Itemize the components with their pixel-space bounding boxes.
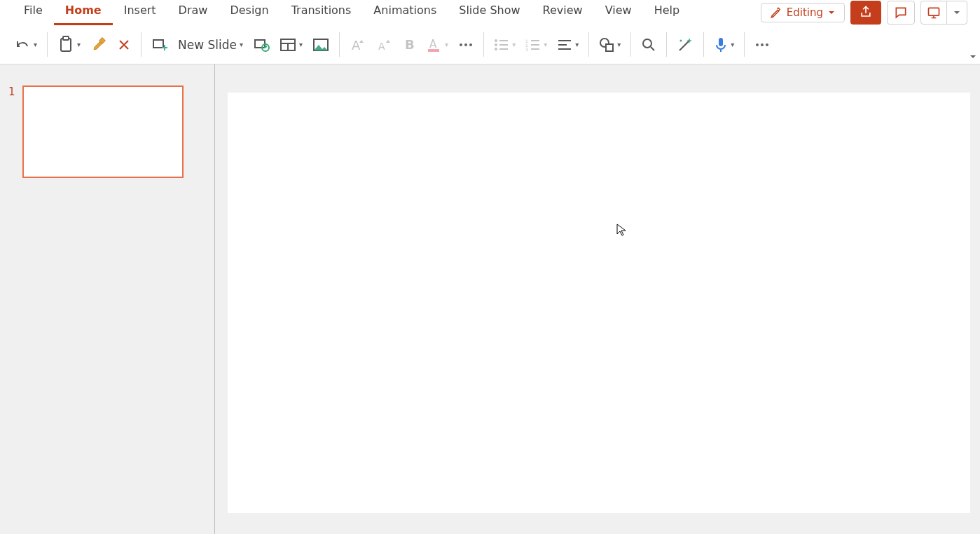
- microphone-icon: [714, 36, 728, 53]
- chevron-down-icon: [827, 8, 836, 17]
- share-button[interactable]: [850, 1, 881, 25]
- svg-rect-31: [558, 48, 571, 50]
- present-button[interactable]: [920, 1, 967, 25]
- tab-review[interactable]: Review: [532, 0, 594, 25]
- clipboard-icon: [57, 36, 74, 54]
- svg-point-15: [464, 43, 467, 46]
- chevron-down-icon: [953, 8, 961, 17]
- chevron-down-icon: ▾: [34, 41, 37, 48]
- svg-point-16: [469, 43, 472, 46]
- slide-thumbnails-pane: 1: [0, 64, 215, 534]
- svg-rect-22: [499, 48, 508, 50]
- svg-rect-33: [606, 44, 613, 51]
- share-icon: [859, 6, 873, 20]
- shapes-icon: [599, 37, 614, 53]
- svg-rect-0: [929, 8, 939, 15]
- font-color-icon: A: [427, 37, 442, 53]
- ellipsis-icon: [458, 42, 474, 48]
- bullets-button: ▾: [490, 31, 520, 59]
- svg-rect-18: [499, 40, 508, 41]
- tab-view[interactable]: View: [594, 0, 643, 25]
- picture-button[interactable]: [308, 31, 333, 59]
- slide-thumbnail-1[interactable]: [22, 85, 184, 178]
- svg-point-39: [766, 43, 768, 46]
- svg-point-14: [460, 43, 462, 46]
- layout-icon: [279, 38, 296, 52]
- mode-editing-button[interactable]: Editing: [761, 3, 845, 22]
- undo-button[interactable]: ▾: [10, 31, 41, 59]
- chevron-down-icon: ▾: [544, 41, 547, 48]
- tab-design[interactable]: Design: [219, 0, 279, 25]
- svg-text:A: A: [429, 38, 437, 50]
- layout-button[interactable]: ▾: [275, 31, 307, 59]
- tab-help[interactable]: Help: [643, 0, 691, 25]
- pencil-icon: [770, 6, 782, 19]
- add-slide-icon: [151, 36, 168, 53]
- tab-transitions[interactable]: Transitions: [280, 0, 363, 25]
- svg-point-38: [761, 43, 764, 46]
- svg-text:A: A: [378, 41, 385, 52]
- tabs-right-group: Editing: [761, 1, 967, 25]
- bold-icon: B: [403, 38, 417, 52]
- tab-file[interactable]: File: [13, 0, 54, 25]
- chevron-down-icon: ▾: [240, 41, 243, 48]
- svg-text:A: A: [352, 38, 361, 53]
- chevron-down-icon: ▾: [445, 41, 448, 48]
- tab-home[interactable]: Home: [54, 0, 113, 25]
- delete-button[interactable]: [113, 31, 135, 59]
- mode-editing-label: Editing: [787, 6, 823, 19]
- tab-animations[interactable]: Animations: [362, 0, 448, 25]
- format-painter-button[interactable]: [86, 31, 111, 59]
- svg-rect-13: [428, 49, 439, 52]
- chevron-down-icon: [969, 53, 977, 61]
- picture-icon: [312, 38, 329, 52]
- magic-wand-icon: [677, 36, 693, 53]
- svg-text:B: B: [405, 38, 415, 52]
- tab-slideshow[interactable]: Slide Show: [448, 0, 531, 25]
- more-commands-button[interactable]: [750, 31, 774, 59]
- paste-button[interactable]: ▾: [53, 31, 85, 59]
- tab-insert[interactable]: Insert: [113, 0, 167, 25]
- undo-icon: [14, 36, 31, 53]
- svg-rect-26: [531, 44, 539, 46]
- decrease-font-button: A: [372, 31, 397, 59]
- svg-rect-28: [531, 48, 539, 50]
- x-icon: [117, 38, 131, 52]
- ribbon-tabs: File Home Insert Draw Design Transitions…: [0, 0, 980, 25]
- svg-text:1: 1: [525, 39, 528, 43]
- chevron-down-icon: ▾: [299, 41, 303, 48]
- add-slide-button[interactable]: [147, 31, 172, 59]
- svg-rect-5: [255, 40, 265, 48]
- find-button[interactable]: [637, 31, 661, 59]
- more-font-button[interactable]: [454, 31, 478, 59]
- align-button[interactable]: ▾: [553, 31, 583, 59]
- svg-rect-29: [558, 40, 571, 41]
- new-slide-button[interactable]: New Slide ▾: [174, 31, 247, 59]
- svg-point-35: [680, 39, 682, 41]
- svg-point-21: [495, 48, 497, 50]
- ellipsis-icon: [754, 42, 770, 48]
- designer-button[interactable]: [672, 31, 698, 59]
- svg-point-37: [756, 43, 759, 46]
- svg-rect-36: [719, 38, 723, 46]
- reuse-slides-icon: [253, 36, 270, 53]
- paintbrush-icon: [90, 36, 107, 53]
- svg-rect-30: [558, 44, 567, 46]
- new-slide-label: New Slide: [178, 38, 237, 52]
- reuse-slides-button[interactable]: [249, 31, 274, 59]
- chevron-down-icon: ▾: [617, 41, 621, 48]
- svg-text:3: 3: [525, 47, 528, 51]
- slide-canvas-pane: [215, 64, 980, 534]
- comments-button[interactable]: [887, 1, 915, 25]
- dictate-button[interactable]: ▾: [710, 31, 738, 59]
- comment-icon: [894, 6, 908, 20]
- ribbon-expand-button[interactable]: [969, 53, 977, 62]
- tab-draw[interactable]: Draw: [167, 0, 219, 25]
- slide-canvas[interactable]: [228, 93, 970, 513]
- svg-rect-20: [499, 44, 508, 46]
- workspace: 1: [0, 64, 980, 534]
- shapes-button[interactable]: ▾: [595, 31, 625, 59]
- chevron-down-icon: ▾: [575, 41, 579, 48]
- align-icon: [557, 39, 572, 51]
- bold-button: B: [399, 31, 421, 59]
